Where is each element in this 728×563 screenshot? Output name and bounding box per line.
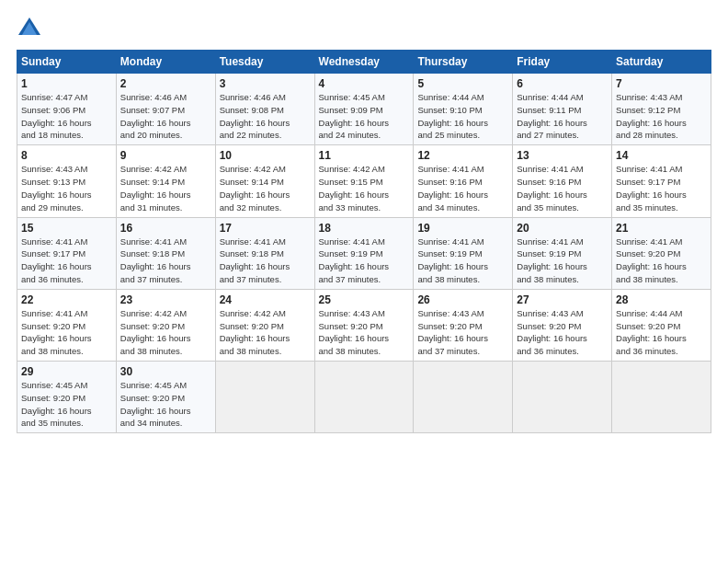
header-cell-friday: Friday: [513, 51, 612, 74]
day-cell-18: 18Sunrise: 4:41 AMSunset: 9:19 PMDayligh…: [314, 217, 414, 289]
day-cell-3: 3Sunrise: 4:46 AMSunset: 9:08 PMDaylight…: [215, 74, 314, 145]
day-num: 24: [220, 293, 311, 306]
day-info: Sunrise: 4:43 AMSunset: 9:12 PMDaylight:…: [616, 92, 687, 140]
header-cell-saturday: Saturday: [612, 51, 711, 74]
day-cell-13: 13Sunrise: 4:41 AMSunset: 9:16 PMDayligh…: [513, 145, 612, 217]
day-cell-2: 2Sunrise: 4:46 AMSunset: 9:07 PMDaylight…: [116, 74, 215, 145]
day-info: Sunrise: 4:46 AMSunset: 9:07 PMDaylight:…: [120, 92, 191, 140]
day-info: Sunrise: 4:41 AMSunset: 9:19 PMDaylight:…: [517, 236, 587, 284]
logo: [17, 15, 46, 40]
day-num: 22: [21, 293, 112, 306]
day-info: Sunrise: 4:42 AMSunset: 9:14 PMDaylight:…: [120, 164, 191, 212]
day-info: Sunrise: 4:41 AMSunset: 9:16 PMDaylight:…: [517, 164, 587, 212]
day-cell-empty-4-2: [215, 362, 314, 433]
day-cell-22: 22Sunrise: 4:41 AMSunset: 9:20 PMDayligh…: [17, 289, 117, 361]
header-cell-monday: Monday: [116, 51, 215, 74]
day-info: Sunrise: 4:41 AMSunset: 9:20 PMDaylight:…: [21, 308, 92, 356]
day-cell-27: 27Sunrise: 4:43 AMSunset: 9:20 PMDayligh…: [513, 289, 612, 361]
day-cell-30: 30Sunrise: 4:45 AMSunset: 9:20 PMDayligh…: [116, 362, 215, 433]
day-info: Sunrise: 4:43 AMSunset: 9:20 PMDaylight:…: [417, 308, 488, 356]
day-num: 15: [21, 222, 112, 235]
day-info: Sunrise: 4:42 AMSunset: 9:15 PMDaylight:…: [319, 164, 390, 212]
header-cell-tuesday: Tuesday: [215, 51, 314, 74]
day-num: 26: [417, 293, 508, 306]
day-info: Sunrise: 4:43 AMSunset: 9:13 PMDaylight:…: [21, 164, 92, 212]
day-cell-empty-4-5: [513, 362, 612, 433]
day-num: 10: [220, 149, 311, 162]
day-info: Sunrise: 4:41 AMSunset: 9:17 PMDaylight:…: [21, 236, 92, 284]
day-cell-6: 6Sunrise: 4:44 AMSunset: 9:11 PMDaylight…: [513, 74, 612, 145]
day-num: 9: [120, 149, 211, 162]
day-num: 28: [616, 293, 707, 306]
day-info: Sunrise: 4:41 AMSunset: 9:19 PMDaylight:…: [417, 236, 488, 284]
day-info: Sunrise: 4:45 AMSunset: 9:09 PMDaylight:…: [319, 92, 390, 140]
day-cell-29: 29Sunrise: 4:45 AMSunset: 9:20 PMDayligh…: [17, 362, 117, 433]
day-num: 14: [616, 149, 707, 162]
day-info: Sunrise: 4:41 AMSunset: 9:18 PMDaylight:…: [120, 236, 191, 284]
day-cell-9: 9Sunrise: 4:42 AMSunset: 9:14 PMDaylight…: [116, 145, 215, 217]
day-num: 4: [319, 77, 410, 90]
day-cell-23: 23Sunrise: 4:42 AMSunset: 9:20 PMDayligh…: [116, 289, 215, 361]
day-cell-24: 24Sunrise: 4:42 AMSunset: 9:20 PMDayligh…: [215, 289, 314, 361]
day-num: 3: [220, 77, 311, 90]
day-cell-empty-4-4: [414, 362, 513, 433]
day-cell-12: 12Sunrise: 4:41 AMSunset: 9:16 PMDayligh…: [414, 145, 513, 217]
day-cell-25: 25Sunrise: 4:43 AMSunset: 9:20 PMDayligh…: [314, 289, 414, 361]
day-cell-10: 10Sunrise: 4:42 AMSunset: 9:14 PMDayligh…: [215, 145, 314, 217]
day-info: Sunrise: 4:47 AMSunset: 9:06 PMDaylight:…: [21, 92, 92, 140]
logo-icon: [17, 15, 42, 40]
day-cell-15: 15Sunrise: 4:41 AMSunset: 9:17 PMDayligh…: [17, 217, 117, 289]
week-row-2: 15Sunrise: 4:41 AMSunset: 9:17 PMDayligh…: [17, 217, 711, 289]
day-num: 13: [517, 149, 608, 162]
day-info: Sunrise: 4:42 AMSunset: 9:14 PMDaylight:…: [220, 164, 290, 212]
day-cell-20: 20Sunrise: 4:41 AMSunset: 9:19 PMDayligh…: [513, 217, 612, 289]
day-num: 8: [21, 149, 112, 162]
day-cell-5: 5Sunrise: 4:44 AMSunset: 9:10 PMDaylight…: [414, 74, 513, 145]
day-cell-4: 4Sunrise: 4:45 AMSunset: 9:09 PMDaylight…: [314, 74, 414, 145]
day-info: Sunrise: 4:43 AMSunset: 9:20 PMDaylight:…: [517, 308, 587, 356]
day-cell-1: 1Sunrise: 4:47 AMSunset: 9:06 PMDaylight…: [17, 74, 117, 145]
day-num: 18: [319, 222, 410, 235]
week-row-4: 29Sunrise: 4:45 AMSunset: 9:20 PMDayligh…: [17, 362, 711, 433]
day-info: Sunrise: 4:42 AMSunset: 9:20 PMDaylight:…: [120, 308, 191, 356]
day-info: Sunrise: 4:41 AMSunset: 9:20 PMDaylight:…: [616, 236, 687, 284]
day-num: 25: [319, 293, 410, 306]
day-cell-28: 28Sunrise: 4:44 AMSunset: 9:20 PMDayligh…: [612, 289, 711, 361]
day-cell-17: 17Sunrise: 4:41 AMSunset: 9:18 PMDayligh…: [215, 217, 314, 289]
day-num: 29: [21, 365, 112, 378]
page: SundayMondayTuesdayWednesdayThursdayFrid…: [0, 0, 728, 563]
day-num: 17: [220, 222, 311, 235]
day-cell-11: 11Sunrise: 4:42 AMSunset: 9:15 PMDayligh…: [314, 145, 414, 217]
header-cell-wednesday: Wednesday: [314, 51, 414, 74]
day-info: Sunrise: 4:41 AMSunset: 9:18 PMDaylight:…: [220, 236, 290, 284]
day-num: 27: [517, 293, 608, 306]
calendar: SundayMondayTuesdayWednesdayThursdayFrid…: [17, 50, 711, 433]
header: [17, 15, 711, 40]
day-num: 20: [517, 222, 608, 235]
day-info: Sunrise: 4:45 AMSunset: 9:20 PMDaylight:…: [21, 380, 92, 428]
day-cell-19: 19Sunrise: 4:41 AMSunset: 9:19 PMDayligh…: [414, 217, 513, 289]
week-row-0: 1Sunrise: 4:47 AMSunset: 9:06 PMDaylight…: [17, 74, 711, 145]
day-num: 12: [417, 149, 508, 162]
day-info: Sunrise: 4:44 AMSunset: 9:11 PMDaylight:…: [517, 92, 587, 140]
header-cell-thursday: Thursday: [414, 51, 513, 74]
day-info: Sunrise: 4:41 AMSunset: 9:17 PMDaylight:…: [616, 164, 687, 212]
day-cell-14: 14Sunrise: 4:41 AMSunset: 9:17 PMDayligh…: [612, 145, 711, 217]
week-row-1: 8Sunrise: 4:43 AMSunset: 9:13 PMDaylight…: [17, 145, 711, 217]
day-cell-7: 7Sunrise: 4:43 AMSunset: 9:12 PMDaylight…: [612, 74, 711, 145]
header-cell-sunday: Sunday: [17, 51, 117, 74]
day-cell-26: 26Sunrise: 4:43 AMSunset: 9:20 PMDayligh…: [414, 289, 513, 361]
day-num: 23: [120, 293, 211, 306]
day-info: Sunrise: 4:45 AMSunset: 9:20 PMDaylight:…: [120, 380, 191, 428]
day-cell-16: 16Sunrise: 4:41 AMSunset: 9:18 PMDayligh…: [116, 217, 215, 289]
day-num: 16: [120, 222, 211, 235]
day-info: Sunrise: 4:42 AMSunset: 9:20 PMDaylight:…: [220, 308, 290, 356]
day-num: 1: [21, 77, 112, 90]
day-info: Sunrise: 4:44 AMSunset: 9:20 PMDaylight:…: [616, 308, 687, 356]
header-row: SundayMondayTuesdayWednesdayThursdayFrid…: [17, 51, 711, 74]
day-num: 6: [517, 77, 608, 90]
day-info: Sunrise: 4:41 AMSunset: 9:19 PMDaylight:…: [319, 236, 390, 284]
day-num: 5: [417, 77, 508, 90]
day-num: 2: [120, 77, 211, 90]
day-cell-21: 21Sunrise: 4:41 AMSunset: 9:20 PMDayligh…: [612, 217, 711, 289]
